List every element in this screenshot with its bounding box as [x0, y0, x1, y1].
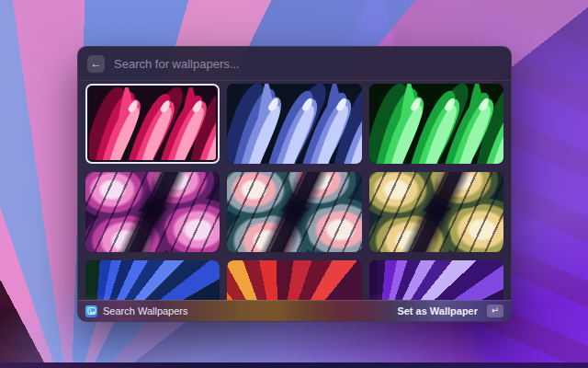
wallpaper-thumbnail-magenta-waves[interactable] — [85, 172, 220, 252]
desktop-wallpaper: ← Search for wallpapers... Sear — [0, 0, 588, 368]
command-title: Search Wallpapers — [103, 305, 188, 316]
wallpaper-grid — [78, 81, 511, 321]
wallpaper-search-window: ← Search for wallpapers... Sear — [77, 46, 512, 322]
wallpaper-art — [227, 172, 361, 252]
return-glyph: ↵ — [492, 306, 499, 316]
enter-key-icon[interactable]: ↵ — [487, 305, 503, 317]
wallpaper-app-icon — [85, 305, 97, 317]
wallpaper-thumbnail-navy-waves[interactable] — [227, 172, 361, 252]
back-arrow-icon: ← — [91, 58, 102, 69]
wallpaper-art — [85, 172, 220, 252]
set-as-wallpaper-button[interactable]: Set as Wallpaper — [397, 305, 478, 316]
wallpaper-art — [369, 172, 503, 252]
action-bar: Search Wallpapers Set as Wallpaper ↵ — [78, 300, 511, 321]
desktop-bottom-edge — [0, 362, 588, 368]
wallpaper-art — [369, 84, 503, 164]
wallpaper-thumbnail-green-ribbons[interactable] — [369, 84, 503, 164]
wallpaper-art — [89, 87, 216, 160]
back-button[interactable]: ← — [87, 55, 105, 73]
wallpaper-thumbnail-olive-waves[interactable] — [369, 172, 503, 252]
search-bar: ← Search for wallpapers... — [78, 47, 511, 81]
wallpaper-art — [227, 84, 361, 164]
search-input[interactable]: Search for wallpapers... — [114, 57, 240, 71]
wallpaper-thumbnail-blue-ribbons[interactable] — [227, 84, 361, 164]
wallpaper-thumbnail-pink-ribbons[interactable] — [85, 84, 220, 164]
